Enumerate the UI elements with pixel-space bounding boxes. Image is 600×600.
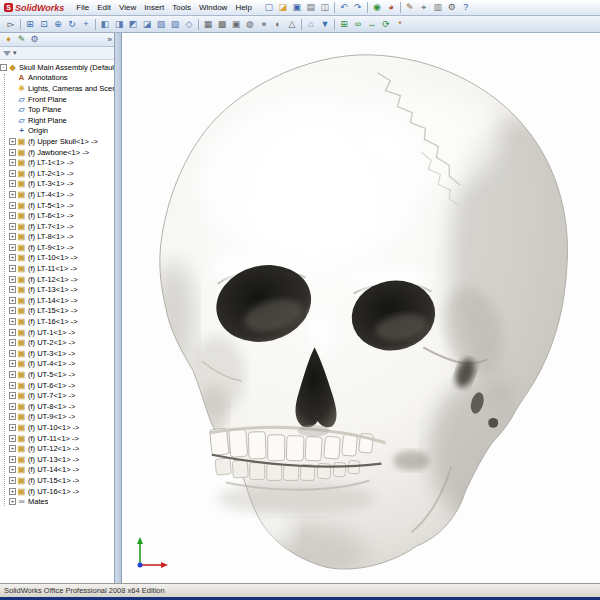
bottom-view-icon[interactable]: ▨ xyxy=(168,18,182,31)
open-document-icon[interactable]: ◪ xyxy=(276,1,290,14)
expander-icon[interactable]: + xyxy=(9,265,16,272)
tree-item[interactable]: +▣(f) LT-16<1> -> xyxy=(0,316,114,327)
expander-icon[interactable]: + xyxy=(9,329,16,336)
isometric-view-icon[interactable]: ◇ xyxy=(182,18,196,31)
tree-item[interactable]: +▣(f) UT-8<1> -> xyxy=(0,401,114,412)
top-view-icon[interactable]: ▧ xyxy=(154,18,168,31)
tree-item[interactable]: ▱Right Plane xyxy=(0,115,114,126)
zoom-to-area-icon[interactable]: ⊡ xyxy=(37,18,51,31)
expander-icon[interactable]: + xyxy=(9,350,16,357)
expander-icon[interactable]: + xyxy=(9,445,16,452)
tree-item[interactable]: +▣(f) LT-1<1> -> xyxy=(0,157,114,168)
expander-icon[interactable]: - xyxy=(0,64,7,71)
filter-dropdown-arrow-icon[interactable]: ▾ xyxy=(13,49,17,57)
tree-item[interactable]: +▣(f) LT-4<1> -> xyxy=(0,189,114,200)
rotate-view-icon[interactable]: ↻ xyxy=(65,18,79,31)
expander-icon[interactable]: + xyxy=(9,170,16,177)
exploded-view-icon[interactable]: * xyxy=(393,18,407,31)
tree-item[interactable]: +▣(f) LT-8<1> -> xyxy=(0,232,114,243)
expander-icon[interactable]: + xyxy=(9,360,16,367)
tree-item[interactable]: +▣(f) UT-7<1> -> xyxy=(0,390,114,401)
expander-icon[interactable]: + xyxy=(9,159,16,166)
front-view-icon[interactable]: ◧ xyxy=(98,18,112,31)
pan-icon[interactable]: + xyxy=(79,18,93,31)
tree-item[interactable]: +▣(f) LT-14<1> -> xyxy=(0,295,114,306)
tree-item[interactable]: +▣(f) LT-6<1> -> xyxy=(0,210,114,221)
property-manager-tab-icon[interactable]: ✎ xyxy=(15,33,28,46)
expander-icon[interactable]: + xyxy=(9,403,16,410)
expander-icon[interactable]: + xyxy=(9,392,16,399)
tree-item[interactable]: +▣(f) LT-3<1> -> xyxy=(0,179,114,190)
expander-icon[interactable]: + xyxy=(9,244,16,251)
tree-item[interactable]: +▣(f) UT-2<1> -> xyxy=(0,337,114,348)
tree-item[interactable]: +▣(f) LT-13<1> -> xyxy=(0,284,114,295)
tree-item[interactable]: +▣(f) LT-2<1> -> xyxy=(0,168,114,179)
tree-item[interactable]: +▣(f) UT-16<1> -> xyxy=(0,486,114,497)
configuration-manager-tab-icon[interactable]: ⚙ xyxy=(28,33,41,46)
zoom-to-fit-icon[interactable]: ⊞ xyxy=(23,18,37,31)
edit-color-icon[interactable]: ◕ xyxy=(384,1,398,14)
expander-icon[interactable]: + xyxy=(9,297,16,304)
tree-item[interactable]: +▣(f) UT-12<1> -> xyxy=(0,443,114,454)
tree-item[interactable]: AAnnotations xyxy=(0,73,114,84)
menu-view[interactable]: View xyxy=(115,3,140,12)
move-component-icon[interactable]: ↔ xyxy=(365,18,379,31)
expander-icon[interactable]: + xyxy=(9,477,16,484)
expander-icon[interactable]: + xyxy=(9,138,16,145)
expander-icon[interactable]: + xyxy=(9,371,16,378)
shadows-in-shaded-mode-icon[interactable]: ◐ xyxy=(271,18,285,31)
print-preview-icon[interactable]: ◫ xyxy=(318,1,332,14)
right-view-icon[interactable]: ◪ xyxy=(140,18,154,31)
rotate-component-icon[interactable]: ⟳ xyxy=(379,18,393,31)
hidden-lines-removed-icon[interactable]: ▣ xyxy=(229,18,243,31)
expander-icon[interactable]: + xyxy=(9,424,16,431)
options-icon[interactable]: ⚙ xyxy=(445,1,459,14)
tree-item[interactable]: +▣(f) UT-3<1> -> xyxy=(0,348,114,359)
expander-icon[interactable]: + xyxy=(9,276,16,283)
tree-item[interactable]: +▣(f) LT-12<1> -> xyxy=(0,274,114,285)
expander-icon[interactable]: + xyxy=(9,339,16,346)
undo-icon[interactable]: ↶ xyxy=(337,1,351,14)
view-orientation-icon[interactable]: ⌂ xyxy=(304,18,318,31)
panel-splitter[interactable] xyxy=(115,33,122,583)
tree-item[interactable]: +∞Mates xyxy=(0,496,114,507)
wireframe-icon[interactable]: ▦ xyxy=(201,18,215,31)
expander-icon[interactable]: + xyxy=(9,223,16,230)
tree-item[interactable]: +▣(f) LT-5<1> -> xyxy=(0,200,114,211)
expander-icon[interactable]: + xyxy=(9,254,16,261)
tree-item[interactable]: +▣(f) UT-1<1> -> xyxy=(0,327,114,338)
tree-item[interactable]: +▣(f) UT-14<1> -> xyxy=(0,465,114,476)
tree-item[interactable]: +▣(f) Upper Skull<1> -> xyxy=(0,136,114,147)
hidden-lines-visible-icon[interactable]: ▩ xyxy=(215,18,229,31)
tree-item[interactable]: +▣(f) LT-7<1> -> xyxy=(0,221,114,232)
section-properties-icon[interactable]: ▥ xyxy=(431,1,445,14)
tree-item[interactable]: +▣(f) Jawbone<1> -> xyxy=(0,147,114,158)
tree-item[interactable]: +▣(f) UT-13<1> -> xyxy=(0,454,114,465)
shaded-with-edges-icon[interactable]: ◍ xyxy=(243,18,257,31)
tree-item[interactable]: +▣(f) UT-10<1> -> xyxy=(0,422,114,433)
insert-component-icon[interactable]: ⊞ xyxy=(337,18,351,31)
tree-item[interactable]: +▣(f) LT-9<1> -> xyxy=(0,242,114,253)
expander-icon[interactable]: + xyxy=(9,488,16,495)
measure-icon[interactable]: ⌖ xyxy=(417,1,431,14)
new-document-icon[interactable]: ▢ xyxy=(262,1,276,14)
tree-item[interactable]: +▣(f) UT-6<1> -> xyxy=(0,380,114,391)
menu-help[interactable]: Help xyxy=(231,3,255,12)
tree-item[interactable]: +▣(f) UT-4<1> -> xyxy=(0,359,114,370)
tree-item[interactable]: +Origin xyxy=(0,126,114,137)
tree-filter[interactable]: ▾ xyxy=(0,47,114,60)
tree-item[interactable]: ☀Lights, Cameras and Scene xyxy=(0,83,114,94)
back-view-icon[interactable]: ◨ xyxy=(112,18,126,31)
print-icon[interactable]: ▤ xyxy=(304,1,318,14)
tree-item[interactable]: +▣(f) LT-10<1> -> xyxy=(0,253,114,264)
tree-item[interactable]: +▣(f) UT-15<1> -> xyxy=(0,475,114,486)
tree-item[interactable]: -◆Skull Main Assembly (Default< xyxy=(0,62,114,73)
menu-edit[interactable]: Edit xyxy=(93,3,115,12)
menu-window[interactable]: Window xyxy=(195,3,231,12)
menu-tools[interactable]: Tools xyxy=(168,3,195,12)
save-icon[interactable]: ▣ xyxy=(290,1,304,14)
left-view-icon[interactable]: ◩ xyxy=(126,18,140,31)
mate-icon[interactable]: ∞ xyxy=(351,18,365,31)
expander-icon[interactable]: + xyxy=(9,212,16,219)
tree-item[interactable]: +▣(f) UT-5<1> -> xyxy=(0,369,114,380)
